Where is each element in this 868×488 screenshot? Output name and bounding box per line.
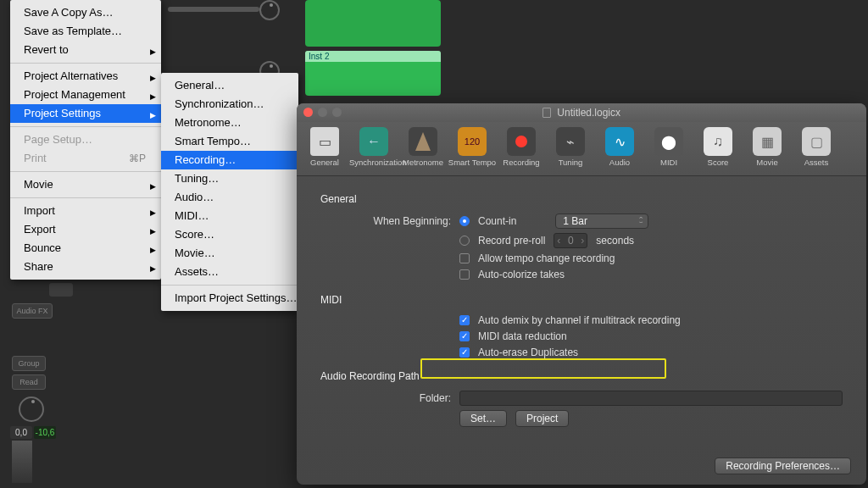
folder-label: Folder: — [366, 392, 451, 404]
window-title: Untitled.logicx — [557, 107, 620, 119]
tab-synchronization[interactable]: ←Synchronization — [349, 125, 398, 175]
project-settings-submenu: General…Synchronization…Metronome…Smart … — [161, 73, 298, 311]
document-icon — [542, 108, 551, 118]
submenu-item[interactable]: Movie… — [161, 244, 298, 263]
assets-icon: ▢ — [802, 127, 831, 156]
menu-item[interactable]: Project Alternatives — [10, 67, 161, 86]
midi-region-2[interactable]: Inst 2 — [305, 51, 441, 96]
close-icon[interactable] — [303, 108, 313, 117]
level-meter — [12, 441, 32, 483]
tab-label: Assets — [792, 158, 841, 167]
tab-label: Tuning — [546, 158, 595, 167]
tab-score[interactable]: ♫Score — [693, 125, 743, 175]
auto-erase-checkbox[interactable] — [459, 347, 470, 358]
tab-label: Smart Tempo — [448, 158, 497, 167]
menu-item[interactable]: Save as Template… — [10, 22, 161, 41]
metronome-icon — [409, 127, 437, 156]
tab-smart-tempo[interactable]: 120Smart Tempo — [448, 125, 497, 175]
region-label: Inst 2 — [305, 51, 441, 62]
submenu-item[interactable]: Import Project Settings… — [161, 289, 298, 308]
auto-demix-checkbox[interactable] — [459, 315, 470, 325]
project-button[interactable]: Project — [515, 410, 569, 427]
score-icon: ♫ — [704, 127, 732, 156]
movie-icon: ▦ — [753, 127, 782, 156]
meter-left: 0,0 — [10, 426, 32, 439]
section-general: General — [320, 193, 843, 205]
submenu-item[interactable]: Audio… — [161, 188, 298, 207]
menu-item[interactable]: Project Settings — [10, 104, 161, 123]
tab-label: Movie — [743, 158, 792, 167]
midi-reduction-checkbox[interactable] — [459, 331, 470, 341]
auto-demix-label: Auto demix by channel if multitrack reco… — [478, 314, 681, 326]
auto-erase-label: Auto-erase Duplicates — [478, 347, 578, 358]
set-button[interactable]: Set… — [459, 410, 507, 427]
when-beginning-label: When Beginning: — [366, 215, 451, 227]
midi-region-1[interactable] — [305, 0, 441, 47]
tab-label: Metronome — [398, 158, 448, 167]
menu-item[interactable]: Import — [10, 202, 161, 220]
window-titlebar[interactable]: Untitled.logicx — [297, 103, 866, 122]
minimize-icon[interactable] — [318, 108, 327, 117]
auto-colorize-label: Auto-colorize takes — [478, 269, 565, 280]
tab-label: Recording — [497, 158, 546, 167]
menu-item[interactable]: Bounce — [10, 239, 161, 258]
tab-recording[interactable]: Recording — [497, 125, 546, 175]
recording-preferences-button[interactable]: Recording Preferences… — [715, 458, 851, 474]
menu-item: Print⌘P — [10, 149, 161, 168]
tab-midi[interactable]: ⬤MIDI — [644, 125, 693, 175]
auto-colorize-checkbox[interactable] — [459, 269, 470, 280]
menu-item[interactable]: Share — [10, 258, 161, 276]
audio-icon: ∿ — [605, 127, 634, 156]
channel-pan-knob[interactable] — [19, 396, 44, 422]
tab-general[interactable]: ▭General — [300, 125, 349, 175]
count-in-label: Count-in — [478, 215, 516, 227]
submenu-item[interactable]: Metronome… — [161, 114, 298, 132]
menu-item[interactable]: Movie — [10, 175, 161, 194]
submenu-item[interactable]: MIDI… — [161, 207, 298, 225]
recording-pane: General When Beginning: Count-in 1 Bar R… — [297, 176, 866, 485]
submenu-item[interactable]: Score… — [161, 225, 298, 244]
tab-label: Audio — [595, 158, 644, 167]
folder-field[interactable] — [459, 391, 843, 406]
tab-audio[interactable]: ∿Audio — [595, 125, 644, 175]
file-menu: Save A Copy As…Save as Template…Revert t… — [10, 0, 161, 280]
submenu-item[interactable]: General… — [161, 76, 298, 95]
project-settings-window: Untitled.logicx ▭General←Synchronization… — [297, 103, 866, 485]
submenu-item[interactable]: Assets… — [161, 263, 298, 281]
tuning-icon: ⌁ — [556, 127, 585, 156]
count-in-radio[interactable] — [459, 216, 470, 226]
submenu-item[interactable]: Synchronization… — [161, 95, 298, 114]
pan-knob-1[interactable] — [259, 0, 280, 20]
menu-item[interactable]: Export — [10, 220, 161, 239]
menu-item[interactable]: Project Management — [10, 86, 161, 104]
submenu-item[interactable]: Tuning… — [161, 169, 298, 188]
preroll-radio[interactable] — [459, 236, 470, 246]
submenu-item[interactable]: Recording… — [161, 151, 298, 169]
tab-tuning[interactable]: ⌁Tuning — [546, 125, 595, 175]
read-button[interactable]: Read — [12, 374, 46, 390]
menu-item[interactable]: Save A Copy As… — [10, 3, 161, 22]
group-button[interactable]: Group — [12, 356, 46, 371]
seconds-label: seconds — [596, 235, 634, 247]
insert-indicator — [49, 283, 73, 297]
volume-slider[interactable] — [168, 7, 259, 12]
audiofx-button[interactable]: Audio FX — [12, 303, 53, 319]
tab-metronome[interactable]: Metronome — [398, 125, 448, 175]
preroll-label: Record pre-roll — [478, 235, 545, 247]
menu-item[interactable]: Revert to — [10, 41, 161, 59]
recording-icon — [507, 127, 536, 156]
tab-movie[interactable]: ▦Movie — [743, 125, 792, 175]
tab-label: Score — [693, 158, 743, 167]
smart-tempo-icon: 120 — [458, 127, 487, 156]
submenu-item[interactable]: Smart Tempo… — [161, 132, 298, 151]
tab-assets[interactable]: ▢Assets — [792, 125, 841, 175]
bars-select[interactable]: 1 Bar — [555, 214, 648, 229]
section-path: Audio Recording Path — [320, 370, 843, 382]
midi-reduction-label: MIDI data reduction — [478, 330, 567, 342]
preroll-seconds-field[interactable]: 0 — [554, 233, 587, 248]
allow-tempo-checkbox[interactable] — [459, 253, 470, 263]
tab-label: Synchronization — [349, 158, 398, 167]
synchronization-icon: ← — [359, 127, 388, 156]
zoom-icon[interactable] — [332, 108, 342, 117]
general-icon: ▭ — [310, 127, 339, 156]
